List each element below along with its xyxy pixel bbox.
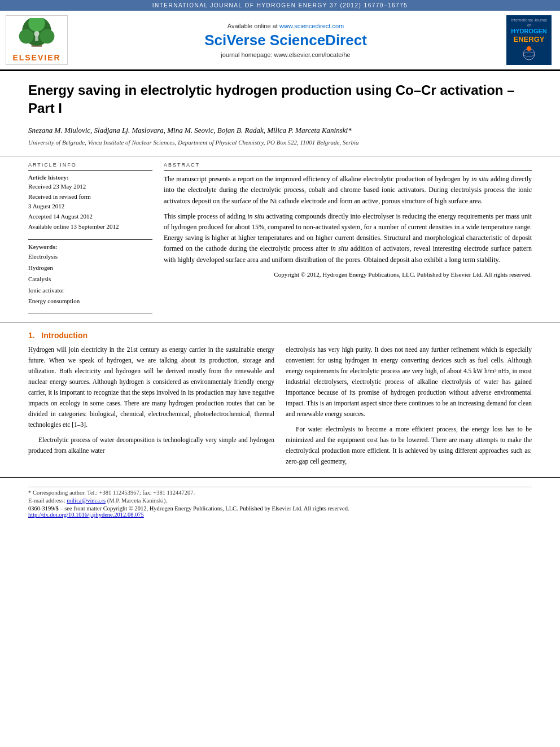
issn-text: 0360-3199/$ – see front matter Copyright… <box>28 505 532 512</box>
keywords-block: Keywords: Electrolysis Hydrogen Catalysi… <box>28 243 152 307</box>
keyword-electrolysis: Electrolysis <box>28 251 152 263</box>
received-date: Received 23 May 2012 <box>28 182 152 192</box>
section-title-text: Introduction <box>41 331 88 340</box>
journal-title-banner: INTERNATIONAL JOURNAL OF HYDROGEN ENERGY… <box>152 2 408 8</box>
article-info-divider <box>28 170 152 171</box>
abstract-paragraph-1: The manuscript presents a report on the … <box>164 174 532 207</box>
left-bottom-divider <box>28 313 152 313</box>
article-history-heading: Article history: <box>28 174 152 181</box>
affiliation: University of Belgrade, Vinca Institute … <box>28 139 532 146</box>
keyword-hydrogen: Hydrogen <box>28 263 152 274</box>
email-note: E-mail address: milica@vinca.rs (M.P. Ma… <box>28 497 532 504</box>
introduction-section: 1. Introduction Hydrogen will join elect… <box>0 323 560 477</box>
intro-body-right: electrolysis has very high purity. It do… <box>286 344 532 467</box>
accepted-date: Accepted 14 August 2012 <box>28 212 152 222</box>
article-authors: Snezana M. Miulovic, Sladjana Lj. Maslov… <box>28 125 532 136</box>
abstract-paragraph-2: This simple process of adding in situ ac… <box>164 211 532 265</box>
email-link[interactable]: milica@vinca.rs <box>67 497 106 504</box>
hydrogen-energy-badge: International Journal of HYDROGEN ENERGY <box>504 15 554 65</box>
page-footer: * Corresponding author. Tel.: +381 11245… <box>0 477 560 522</box>
intro-body-left: Hydrogen will join electricity in the 21… <box>28 344 274 456</box>
svg-point-8 <box>523 52 535 56</box>
abstract-column: ABSTRACT The manuscript presents a repor… <box>164 162 532 317</box>
sciencedirect-link[interactable]: www.sciencedirect.com <box>279 23 344 29</box>
hydrogen-badge-box: International Journal of HYDROGEN ENERGY <box>506 15 552 65</box>
svg-point-9 <box>527 46 531 51</box>
elsevier-brand-text: ELSEVIER <box>12 53 60 62</box>
abstract-text: The manuscript presents a report on the … <box>164 174 532 279</box>
section-num-text: 1. <box>28 331 35 340</box>
badge-energy-word: ENERGY <box>514 35 545 43</box>
badge-journal-title: HYDROGEN ENERGY <box>510 28 548 44</box>
keywords-divider <box>28 239 152 240</box>
journal-homepage-text: journal homepage: www.elsevier.com/locat… <box>221 51 350 58</box>
article-title: Energy saving in electrolytic hydrogen p… <box>28 81 532 116</box>
revised-date: 3 August 2012 <box>28 202 152 212</box>
intro-para-2: Electrolytic process of water decomposit… <box>28 435 274 456</box>
keyword-energy-consumption: Energy consumption <box>28 296 152 307</box>
footnote-star-block: * Corresponding author. Tel.: +381 11245… <box>28 487 532 504</box>
available-online-text: Available online at www.sciencedirect.co… <box>228 23 344 29</box>
intro-right-para-2: For water electrolysis to become a more … <box>286 424 532 467</box>
article-info-column: ARTICLE INFO Article history: Received 2… <box>28 162 152 317</box>
introduction-left-col: Hydrogen will join electricity in the 21… <box>28 344 274 471</box>
sciencedirect-text: ScienceDirect <box>270 32 367 49</box>
intro-right-para-1: electrolysis has very high purity. It do… <box>286 344 532 420</box>
article-info-label: ARTICLE INFO <box>28 162 152 168</box>
keyword-catalysis: Catalysis <box>28 274 152 285</box>
article-info-abstract-section: ARTICLE INFO Article history: Received 2… <box>0 156 560 323</box>
badge-decoration-icon <box>518 44 540 61</box>
sciverse-text: SciVerse <box>204 32 270 49</box>
keywords-heading: Keywords: <box>28 243 152 250</box>
svg-point-5 <box>34 31 39 36</box>
svg-point-3 <box>40 29 55 44</box>
intro-para-1: Hydrogen will join electricity in the 21… <box>28 344 274 430</box>
abstract-divider <box>164 170 532 171</box>
copyright-text: Copyright © 2012, Hydrogen Energy Public… <box>164 270 532 280</box>
badge-intl-text: International Journal of <box>510 18 548 28</box>
received-revised-label: Received in revised form <box>28 192 152 202</box>
introduction-two-col: Hydrogen will join electricity in the 21… <box>28 344 532 471</box>
journal-banner: INTERNATIONAL JOURNAL OF HYDROGEN ENERGY… <box>0 0 560 11</box>
corresponding-author-note: * Corresponding author. Tel.: +381 11245… <box>28 490 532 496</box>
svg-point-2 <box>19 29 34 44</box>
introduction-right-col: electrolysis has very high purity. It do… <box>286 344 532 471</box>
section-number: 1. Introduction <box>28 331 532 340</box>
doi-link[interactable]: http://dx.doi.org/10.1016/j.ijhydene.201… <box>28 512 144 518</box>
journal-header: ELSEVIER Available online at www.science… <box>0 11 560 71</box>
keyword-ionic-activator: Ionic activator <box>28 285 152 296</box>
article-history-block: Article history: Received 23 May 2012 Re… <box>28 174 152 231</box>
center-header: Available online at www.sciencedirect.co… <box>72 15 499 65</box>
sciverse-logo: SciVerse ScienceDirect <box>204 32 367 49</box>
abstract-label: ABSTRACT <box>164 162 532 168</box>
svg-rect-6 <box>35 36 38 41</box>
doi-text: http://dx.doi.org/10.1016/j.ijhydene.201… <box>28 512 532 518</box>
available-online-date: Available online 13 September 2012 <box>28 222 152 232</box>
article-title-section: Energy saving in electrolytic hydrogen p… <box>0 71 560 156</box>
elsevier-logo: ELSEVIER <box>6 15 68 65</box>
footer-links-block: 0360-3199/$ – see front matter Copyright… <box>28 505 532 518</box>
elsevier-tree-icon <box>14 18 59 52</box>
